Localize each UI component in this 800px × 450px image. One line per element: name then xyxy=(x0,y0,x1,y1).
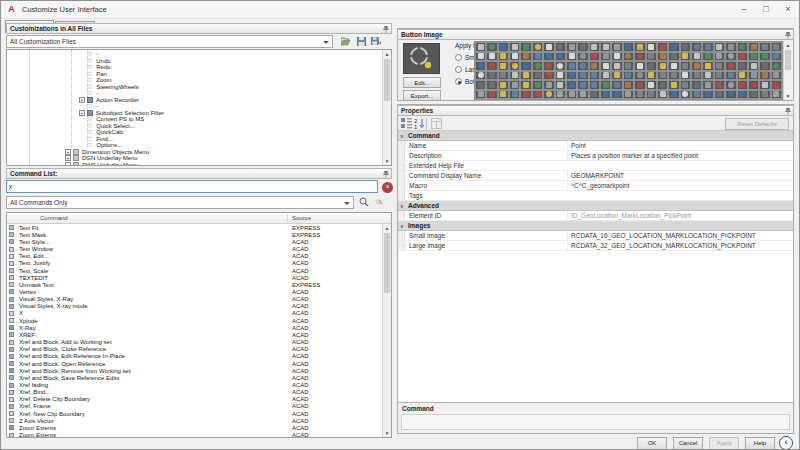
grid-icon[interactable] xyxy=(498,80,509,90)
grid-icon[interactable] xyxy=(691,90,702,100)
grid-icon[interactable] xyxy=(702,42,713,52)
scroll-up-icon[interactable]: ▲ xyxy=(383,224,391,232)
grid-icon[interactable] xyxy=(634,90,645,100)
property-pages-icon[interactable] xyxy=(431,118,442,129)
close-icon[interactable]: × xyxy=(777,2,799,18)
grid-icon[interactable] xyxy=(737,61,748,71)
maximize-icon[interactable]: □ xyxy=(755,2,777,18)
cancel-button[interactable]: Cancel xyxy=(673,437,703,450)
grid-icon[interactable] xyxy=(486,71,497,81)
grid-icon[interactable] xyxy=(680,52,691,62)
grid-icon[interactable] xyxy=(555,61,566,71)
command-row[interactable]: Xref and Block, Remove from Working setA… xyxy=(7,367,382,374)
apply-button[interactable]: Apply xyxy=(709,437,739,450)
grid-icon[interactable] xyxy=(634,61,645,71)
scrollbar-thumb[interactable] xyxy=(384,233,390,293)
grid-icon[interactable] xyxy=(657,90,668,100)
grid-icon[interactable] xyxy=(646,42,657,52)
property-row[interactable]: DescriptionPlaces a position marker at a… xyxy=(398,151,793,161)
grid-icon[interactable] xyxy=(589,90,600,100)
command-row[interactable]: Zoom ExtentsACAD xyxy=(7,432,382,437)
grid-icon[interactable] xyxy=(509,52,520,62)
grid-icon[interactable] xyxy=(486,90,497,100)
property-row[interactable]: Extended Help File xyxy=(398,161,793,171)
grid-icon[interactable] xyxy=(691,71,702,81)
grid-icon[interactable] xyxy=(702,52,713,62)
command-row[interactable]: Xref and Block, Add to Working setACAD xyxy=(7,339,382,346)
command-row[interactable]: XREFACAD xyxy=(7,331,382,338)
grid-icon[interactable] xyxy=(737,52,748,62)
reset-defaults-button[interactable]: Reset Defaults xyxy=(725,118,789,130)
grid-icon[interactable] xyxy=(577,52,588,62)
grid-icon[interactable] xyxy=(680,80,691,90)
command-row[interactable]: Zoom ExtentsACAD xyxy=(7,424,382,431)
grid-icon[interactable] xyxy=(702,80,713,90)
grid-icon[interactable] xyxy=(566,61,577,71)
grid-icon[interactable] xyxy=(520,80,531,90)
grid-icon[interactable] xyxy=(543,90,554,100)
grid-icon[interactable] xyxy=(566,52,577,62)
grid-icon[interactable] xyxy=(520,71,531,81)
grid-icon[interactable] xyxy=(634,80,645,90)
grid-icon[interactable] xyxy=(668,90,679,100)
grid-icon[interactable] xyxy=(589,71,600,81)
command-row[interactable]: Xref and Block, Close ReferenceACAD xyxy=(7,346,382,353)
grid-icon[interactable] xyxy=(771,52,782,62)
grid-icon[interactable] xyxy=(475,71,486,81)
property-row[interactable]: NamePoint xyxy=(398,141,793,151)
grid-icon[interactable] xyxy=(611,80,622,90)
scroll-down-icon[interactable]: ▼ xyxy=(383,157,391,165)
grid-icon[interactable] xyxy=(771,80,782,90)
button-image-grid[interactable] xyxy=(474,41,783,100)
export-button[interactable]: Export... xyxy=(403,90,441,101)
grid-icon[interactable] xyxy=(611,90,622,100)
create-new-command-icon[interactable]: ☆✎ xyxy=(373,196,385,208)
grid-icon[interactable] xyxy=(657,52,668,62)
scroll-down-icon[interactable]: ▼ xyxy=(784,92,792,100)
grid-icon[interactable] xyxy=(725,52,736,62)
command-row[interactable]: Text, ScaleACAD xyxy=(7,267,382,274)
grid-icon[interactable] xyxy=(646,52,657,62)
grid-icon[interactable] xyxy=(646,80,657,90)
grid-icon[interactable] xyxy=(532,61,543,71)
grid-icon[interactable] xyxy=(657,71,668,81)
grid-icon[interactable] xyxy=(691,61,702,71)
property-category[interactable]: ∨Command xyxy=(398,131,793,141)
grid-icon[interactable] xyxy=(680,71,691,81)
command-row[interactable]: Xref and Block, Edit Reference In-PlaceA… xyxy=(7,353,382,360)
pin-icon[interactable] xyxy=(383,26,389,33)
grid-icon[interactable] xyxy=(577,71,588,81)
grid-icon[interactable] xyxy=(737,42,748,52)
grid-icon[interactable] xyxy=(600,90,611,100)
expand-icon[interactable]: + xyxy=(65,162,71,166)
scroll-down-icon[interactable]: ▼ xyxy=(383,429,391,437)
column-divider[interactable] xyxy=(287,214,288,222)
grid-icon[interactable] xyxy=(532,90,543,100)
grid-icon[interactable] xyxy=(475,42,486,52)
command-row[interactable]: Visual Styles, X-ray modeACAD xyxy=(7,303,382,310)
expand-icon[interactable]: + xyxy=(79,110,85,116)
grid-icon[interactable] xyxy=(759,71,770,81)
property-row[interactable]: Macro^C^C_geomarkpoint xyxy=(398,181,793,191)
grid-icon[interactable] xyxy=(520,61,531,71)
pin-icon[interactable] xyxy=(785,108,791,115)
grid-icon[interactable] xyxy=(543,42,554,52)
command-row[interactable]: Text, Edit...ACAD xyxy=(7,253,382,260)
command-row[interactable]: TEXTEDITACAD xyxy=(7,274,382,281)
expand-icon[interactable]: + xyxy=(79,97,85,103)
grid-icon[interactable] xyxy=(759,61,770,71)
grid-icon[interactable] xyxy=(589,42,600,52)
grid-icon[interactable] xyxy=(771,42,782,52)
grid-icon[interactable] xyxy=(543,61,554,71)
grid-icon[interactable] xyxy=(725,90,736,100)
grid-icon[interactable] xyxy=(577,90,588,100)
grid-icon[interactable] xyxy=(555,42,566,52)
clear-search-icon[interactable]: × xyxy=(382,182,393,193)
grid-icon[interactable] xyxy=(486,52,497,62)
icon-grid-scrollbar[interactable]: ▲ ▼ xyxy=(783,41,792,100)
grid-icon[interactable] xyxy=(634,52,645,62)
grid-icon[interactable] xyxy=(646,71,657,81)
grid-icon[interactable] xyxy=(475,90,486,100)
grid-icon[interactable] xyxy=(611,71,622,81)
grid-icon[interactable] xyxy=(498,61,509,71)
